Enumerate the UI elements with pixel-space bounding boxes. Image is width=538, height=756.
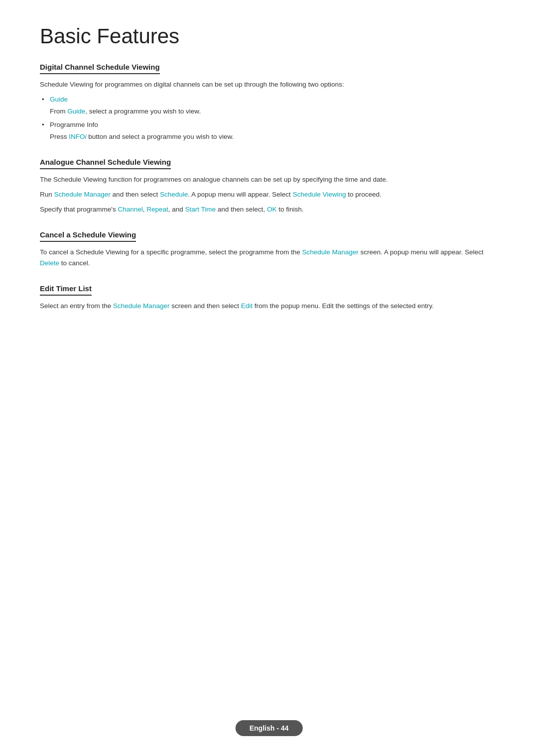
- schedule-manager-link-1[interactable]: Schedule Manager: [54, 191, 111, 198]
- section-cancel-schedule: Cancel a Schedule Viewing To cancel a Sc…: [40, 230, 498, 268]
- section-heading-edit-timer: Edit Timer List: [40, 284, 92, 296]
- programme-info-label: Programme Info: [50, 121, 98, 128]
- programme-info-subtext: Press INFOi button and select a programm…: [50, 131, 498, 142]
- start-time-link[interactable]: Start Time: [185, 206, 216, 213]
- section-heading-analogue: Analogue Channel Schedule Viewing: [40, 158, 171, 169]
- list-item: Guide From Guide, select a programme you…: [50, 94, 498, 116]
- guide-link[interactable]: Guide: [50, 96, 68, 103]
- channel-link[interactable]: Channel: [118, 206, 142, 213]
- cancel-para-1: To cancel a Schedule Viewing for a speci…: [40, 247, 498, 268]
- info-link[interactable]: INFOi: [69, 133, 86, 140]
- schedule-link[interactable]: Schedule: [160, 191, 188, 198]
- footer-badge: English - 44: [236, 720, 303, 736]
- edit-timer-para-1: Select an entry from the Schedule Manage…: [40, 301, 498, 312]
- digital-intro: Schedule Viewing for programmes on digit…: [40, 79, 498, 90]
- page-title: Basic Features: [40, 24, 498, 49]
- info-italic: i: [85, 133, 87, 140]
- list-item: Programme Info Press INFOi button and se…: [50, 119, 498, 142]
- guide-inline-link[interactable]: Guide: [67, 108, 85, 115]
- schedule-manager-link-3[interactable]: Schedule Manager: [113, 302, 169, 310]
- section-analogue-channel: Analogue Channel Schedule Viewing The Sc…: [40, 158, 498, 215]
- analogue-para-3: Specify that programme's Channel, Repeat…: [40, 204, 498, 215]
- analogue-para-2: Run Schedule Manager and then select Sch…: [40, 189, 498, 200]
- section-edit-timer: Edit Timer List Select an entry from the…: [40, 284, 498, 312]
- schedule-manager-link-2[interactable]: Schedule Manager: [302, 248, 359, 256]
- edit-link[interactable]: Edit: [241, 302, 253, 310]
- page-container: Basic Features Digital Channel Schedule …: [0, 0, 538, 367]
- delete-link[interactable]: Delete: [40, 259, 59, 267]
- guide-subtext: From Guide, select a programme you wish …: [50, 106, 498, 117]
- section-heading-digital: Digital Channel Schedule Viewing: [40, 63, 160, 74]
- ok-link[interactable]: OK: [267, 206, 277, 213]
- analogue-para-1: The Schedule Viewing function for progra…: [40, 174, 498, 185]
- schedule-viewing-link[interactable]: Schedule Viewing: [292, 191, 346, 198]
- section-digital-channel: Digital Channel Schedule Viewing Schedul…: [40, 63, 498, 142]
- section-heading-cancel: Cancel a Schedule Viewing: [40, 230, 136, 242]
- digital-bullet-list: Guide From Guide, select a programme you…: [40, 94, 498, 142]
- repeat-link[interactable]: Repeat: [146, 206, 168, 213]
